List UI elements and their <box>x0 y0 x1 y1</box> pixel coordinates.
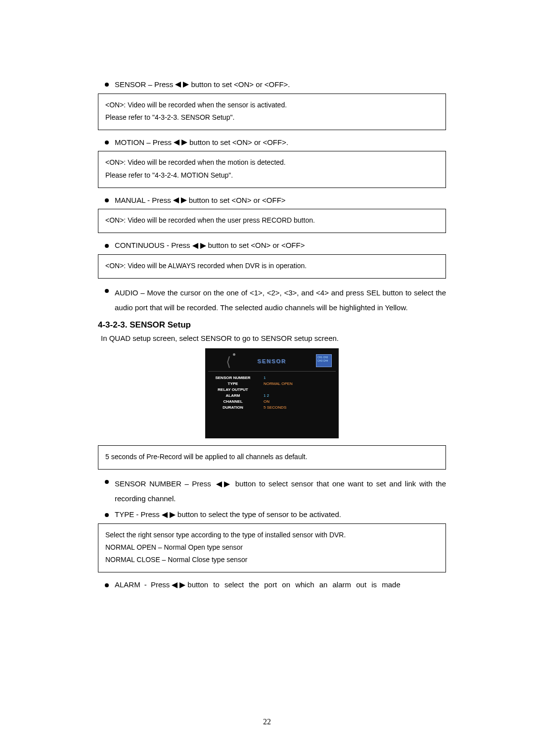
type-box-line3: NORMAL CLOSE – Normal Close type sensor <box>105 554 439 566</box>
continuous-text-pre: CONTINUOUS - Press <box>115 240 190 251</box>
svg-marker-9 <box>224 481 230 487</box>
bullet-icon <box>105 83 109 87</box>
continuous-box-line1: <ON>: Video will be ALWAYS recorded when… <box>105 260 439 272</box>
badge-line2: CH3 CH4 <box>317 359 330 363</box>
manual-box: <ON>: Video will be recorded when the us… <box>98 209 446 233</box>
left-right-arrow-icon <box>174 139 187 146</box>
alarm-text-post: button to select the port on which an al… <box>187 579 446 591</box>
type-text-pre: TYPE - Press <box>115 509 160 520</box>
sensor-setup-screenshot: ⟨ SENSOR CH1 CH2 CH3 CH4 SENSOR NUMBER1 … <box>205 348 339 438</box>
bullet-manual: MANUAL - Press button to set <ON> or <OF… <box>98 195 446 206</box>
row-value: 5 SECONDS <box>258 405 286 410</box>
manual-text-pre: MANUAL - Press <box>115 195 171 206</box>
sensor-box-line1: <ON>: Video will be recorded when the se… <box>105 99 439 111</box>
decor-dot-icon <box>233 353 235 356</box>
row-label: SENSOR NUMBER <box>208 376 258 380</box>
bullet-motion: MOTION – Press button to set <ON> or <OF… <box>98 137 446 148</box>
motion-box: <ON>: Video will be recorded when the mo… <box>98 151 446 188</box>
row-label: CHANNEL <box>208 399 258 404</box>
svg-marker-1 <box>183 82 189 88</box>
channel-badge: CH1 CH2 CH3 CH4 <box>316 354 332 367</box>
manual-text-post: button to set <ON> or <OFF> <box>189 195 286 206</box>
svg-marker-11 <box>170 512 176 518</box>
row-value: NORMAL OPEN <box>258 381 293 386</box>
sensor-text-post: button to set <ON> or <OFF>. <box>191 79 290 91</box>
bullet-type: TYPE - Press button to select the type o… <box>98 509 446 520</box>
prerecord-box: 5 seconds of Pre-Record will be applied … <box>98 445 446 470</box>
document-page: SENSOR – Press button to set <ON> or <OF… <box>0 0 534 756</box>
row-value: ON <box>258 399 269 404</box>
svg-marker-13 <box>179 582 185 588</box>
bullet-icon <box>105 480 109 484</box>
divider <box>208 371 336 372</box>
svg-marker-6 <box>192 243 198 249</box>
bullet-icon <box>105 141 109 144</box>
row-label: RELAY OUTPUT <box>208 387 258 392</box>
motion-text-pre: MOTION – Press <box>115 137 172 148</box>
type-box-line2: NORMAL OPEN – Normal Open type sensor <box>105 541 439 554</box>
svg-marker-8 <box>216 481 222 487</box>
motion-box-line1: <ON>: Video will be recorded when the mo… <box>105 156 439 169</box>
left-right-arrow-icon <box>173 197 187 204</box>
section-header: 4-3-2-3. SENSOR Setup <box>98 320 446 330</box>
left-right-arrow-icon <box>172 582 185 589</box>
type-box-line1: Select the right sensor type according t… <box>105 529 439 541</box>
svg-marker-3 <box>181 140 187 145</box>
type-box: Select the right sensor type according t… <box>98 523 446 573</box>
manual-box-line1: <ON>: Video will be recorded when the us… <box>105 214 439 227</box>
bullet-audio: AUDIO – Move the cursor on the one of <1… <box>98 285 446 315</box>
svg-marker-0 <box>175 82 181 88</box>
prerecord-text: 5 seconds of Pre-Record will be applied … <box>105 451 439 463</box>
type-text-post: button to select the type of sensor to b… <box>178 509 341 520</box>
svg-marker-10 <box>162 512 168 518</box>
alarm-text-pre: ALARM - Press <box>115 579 170 591</box>
sensor-number-pre: SENSOR NUMBER – Press <box>115 479 214 488</box>
row-label: TYPE <box>208 381 258 386</box>
left-right-arrow-icon <box>216 481 230 488</box>
row-value: 1 2 <box>258 393 269 398</box>
bullet-alarm: ALARM - Press button to select the port … <box>98 579 446 591</box>
svg-marker-7 <box>200 243 206 249</box>
motion-box-line2: Please refer to "4-3-2-4. MOTION Setup". <box>105 169 439 182</box>
bullet-icon <box>105 198 109 202</box>
row-label: ALARM <box>208 393 258 398</box>
motion-text-post: button to set <ON> or <OFF>. <box>189 137 288 148</box>
svg-marker-5 <box>181 197 187 203</box>
sensor-box: <ON>: Video will be recorded when the se… <box>98 94 446 130</box>
section-intro: In QUAD setup screen, select SENSOR to g… <box>101 334 446 342</box>
left-right-arrow-icon <box>192 242 206 249</box>
continuous-text-post: button to set <ON> or <OFF> <box>208 240 305 251</box>
row-value: 1 <box>258 376 266 380</box>
continuous-box: <ON>: Video will be ALWAYS recorded when… <box>98 254 446 279</box>
bullet-sensor-number: SENSOR NUMBER – Press button to select s… <box>98 476 446 506</box>
svg-marker-4 <box>173 197 179 203</box>
sensor-text-pre: SENSOR – Press <box>115 79 173 91</box>
bullet-icon <box>105 583 109 587</box>
svg-marker-2 <box>174 140 179 145</box>
bracket-icon: ⟨ <box>226 354 231 370</box>
page-number: 22 <box>263 717 271 726</box>
left-right-arrow-icon <box>162 512 176 519</box>
sensor-screenshot-header: ⟨ SENSOR CH1 CH2 CH3 CH4 <box>208 351 336 371</box>
row-label: DURATION <box>208 405 258 410</box>
audio-text: AUDIO – Move the cursor on the one of <1… <box>115 285 446 315</box>
bullet-sensor: SENSOR – Press button to set <ON> or <OF… <box>98 79 446 91</box>
left-right-arrow-icon <box>175 81 189 88</box>
badge-line1: CH1 CH2 <box>317 356 330 359</box>
sensor-box-line2: Please refer to "4-3-2-3. SENSOR Setup". <box>105 111 439 124</box>
bullet-continuous: CONTINUOUS - Press button to set <ON> or… <box>98 240 446 251</box>
bullet-icon <box>105 289 109 293</box>
sensor-table: SENSOR NUMBER1 TYPENORMAL OPEN RELAY OUT… <box>208 375 336 410</box>
sensor-screenshot-title: SENSOR <box>258 358 286 364</box>
bullet-icon <box>105 513 109 517</box>
bullet-icon <box>105 244 109 248</box>
svg-marker-12 <box>172 582 178 588</box>
